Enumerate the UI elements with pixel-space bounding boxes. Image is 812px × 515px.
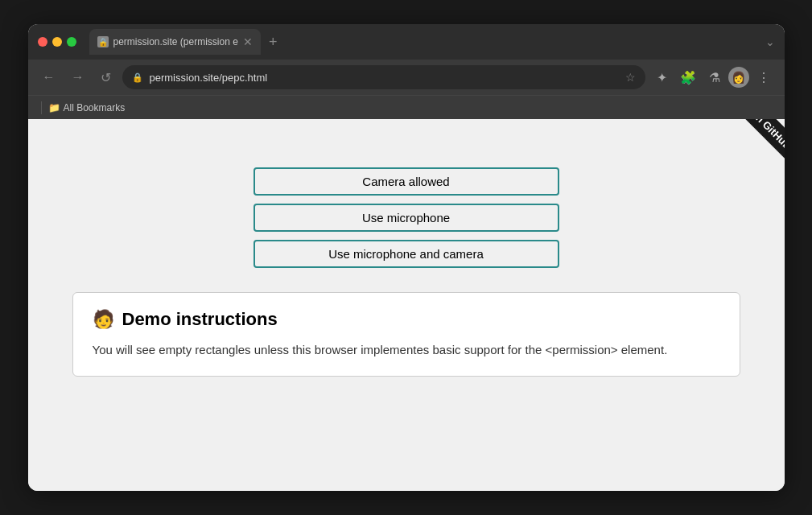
- bookmarks-bar: 📁 All Bookmarks: [28, 95, 785, 119]
- demo-instructions-box: 🧑 Demo instructions You will see empty r…: [72, 292, 740, 377]
- page-content: On GitHub Camera allowed Use microphone …: [28, 119, 785, 491]
- close-button[interactable]: [38, 37, 47, 47]
- bookmarks-divider: [41, 101, 42, 114]
- camera-allowed-button[interactable]: Camera allowed: [253, 167, 559, 196]
- bookmark-star-icon[interactable]: ☆: [625, 71, 636, 84]
- all-bookmarks-label: All Bookmarks: [64, 102, 126, 113]
- address-bar[interactable]: 🔒 permission.site/pepc.html ☆: [122, 65, 645, 89]
- browser-window: 🔒 permission.site (permission e ✕ + ⌄ ← …: [28, 24, 785, 491]
- maximize-button[interactable]: [67, 37, 76, 47]
- more-menu-icon[interactable]: ⋮: [752, 67, 775, 89]
- tab-bar: 🔒 permission.site (permission e ✕ + ⌄: [89, 29, 775, 55]
- all-bookmarks-item[interactable]: 📁 All Bookmarks: [48, 102, 126, 113]
- tab-title: permission.site (permission e: [113, 36, 238, 47]
- github-ribbon-label: On GitHub: [728, 119, 784, 171]
- title-bar: 🔒 permission.site (permission e ✕ + ⌄: [28, 24, 785, 60]
- demo-body-text: You will see empty rectangles unless thi…: [93, 341, 720, 360]
- extensions-icon[interactable]: 🧩: [675, 67, 701, 89]
- nav-bar: ← → ↺ 🔒 permission.site/pepc.html ☆ ✦ 🧩 …: [28, 60, 785, 95]
- active-tab[interactable]: 🔒 permission.site (permission e ✕: [89, 29, 261, 55]
- forward-button[interactable]: →: [67, 67, 89, 88]
- demo-title: 🧑 Demo instructions: [93, 309, 720, 330]
- tab-close-icon[interactable]: ✕: [243, 35, 253, 48]
- magic-icon[interactable]: ✦: [652, 67, 672, 89]
- permission-buttons: Camera allowed Use microphone Use microp…: [245, 167, 567, 268]
- url-text: permission.site/pepc.html: [150, 72, 619, 84]
- use-microphone-camera-button[interactable]: Use microphone and camera: [253, 240, 559, 268]
- lab-icon[interactable]: ⚗: [704, 67, 725, 89]
- reload-button[interactable]: ↺: [96, 67, 116, 89]
- demo-emoji: 🧑: [93, 309, 114, 330]
- tab-expand-icon[interactable]: ⌄: [765, 35, 775, 48]
- github-ribbon[interactable]: On GitHub: [688, 119, 785, 216]
- minimize-button[interactable]: [52, 37, 62, 47]
- lock-icon: 🔒: [132, 72, 143, 83]
- traffic-lights: [38, 37, 76, 47]
- back-button[interactable]: ←: [38, 67, 60, 88]
- profile-avatar[interactable]: 👩: [728, 67, 749, 88]
- nav-actions: ✦ 🧩 ⚗ 👩 ⋮: [652, 67, 775, 89]
- folder-icon: 📁: [48, 102, 60, 113]
- tab-favicon: 🔒: [97, 36, 109, 47]
- use-microphone-button[interactable]: Use microphone: [253, 204, 559, 232]
- new-tab-button[interactable]: +: [264, 34, 282, 51]
- demo-title-text: Demo instructions: [122, 309, 278, 330]
